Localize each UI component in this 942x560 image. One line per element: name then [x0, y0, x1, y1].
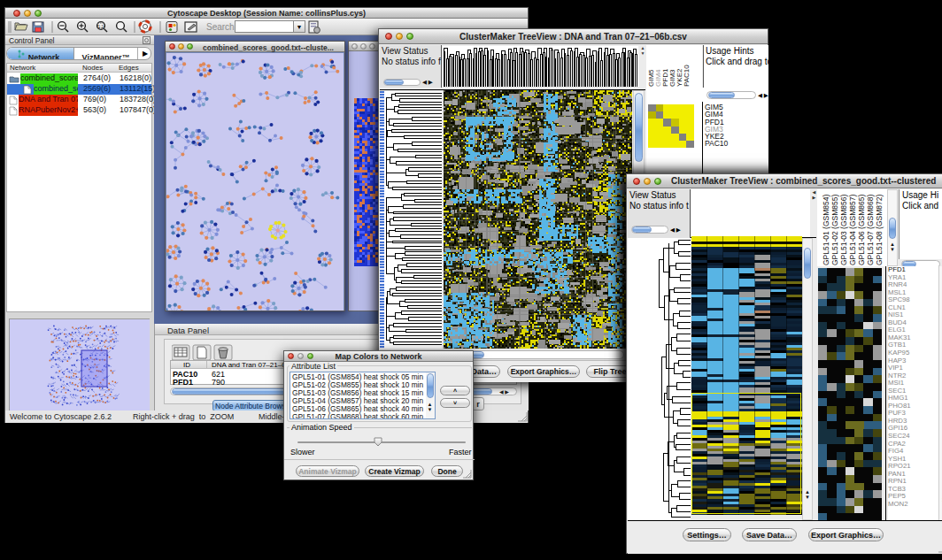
- svg-text:1:1: 1:1: [98, 25, 104, 29]
